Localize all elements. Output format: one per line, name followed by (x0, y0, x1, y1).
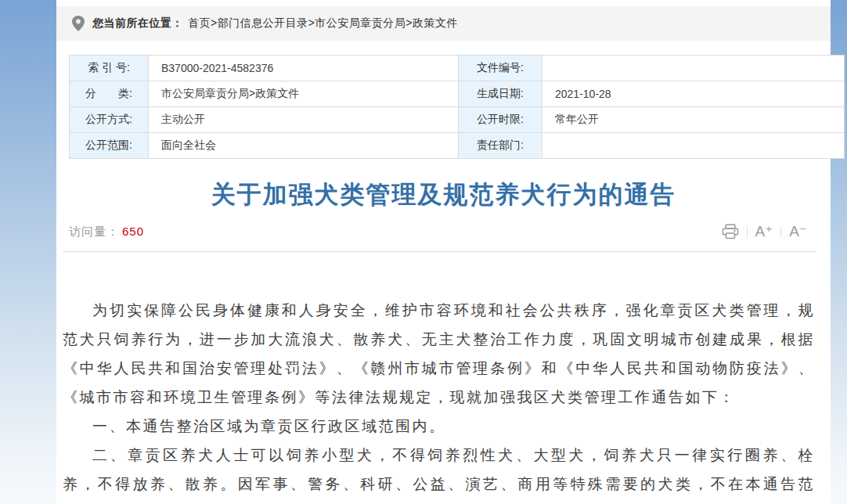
table-row: 索 引 号: B37000-2021-4582376 文件编号: (70, 56, 845, 81)
visit-count-label: 访问量： (69, 225, 119, 238)
meta-label-file-number: 文件编号: (459, 56, 542, 81)
meta-label-responsible-dept: 责任部门: (459, 133, 542, 159)
meta-value-disclosure-method: 主动公开 (149, 107, 459, 133)
meta-label-disclosure-scope: 公开范围: (70, 133, 149, 159)
meta-label-disclosure-period: 公开时限: (459, 107, 542, 133)
meta-label-index-number: 索 引 号: (70, 56, 149, 81)
table-row: 分 类: 市公安局章贡分局>政策文件 生成日期: 2021-10-28 (70, 81, 845, 107)
article-body: 为切实保障公民身体健康和人身安全，维护市容环境和社会公共秩序，强化章贡区犬类管理… (63, 296, 815, 504)
meta-value-disclosure-period: 常年公开 (542, 107, 845, 133)
font-increase-icon[interactable]: A⁺ (748, 223, 781, 240)
meta-value-category: 市公安局章贡分局>政策文件 (149, 81, 459, 107)
breadcrumb: 您当前所在位置： 首页>部门信息公开目录>市公安局章贡分局>政策文件 (56, 6, 831, 41)
printer-icon[interactable] (714, 224, 747, 239)
breadcrumb-label: 您当前所在位置： (92, 16, 183, 31)
meta-label-disclosure-method: 公开方式: (70, 107, 149, 133)
meta-value-file-number (542, 56, 845, 81)
table-row: 公开方式: 主动公开 公开时限: 常年公开 (70, 107, 845, 133)
location-pin-icon (72, 16, 85, 31)
article-paragraph: 为切实保障公民身体健康和人身安全，维护市容环境和社会公共秩序，强化章贡区犬类管理… (63, 296, 815, 412)
page-background: 您当前所在位置： 首页>部门信息公开目录>市公安局章贡分局>政策文件 索 引 号… (0, 0, 847, 504)
meta-value-index-number: B37000-2021-4582376 (149, 56, 459, 81)
breadcrumb-path[interactable]: 首页>部门信息公开目录>市公安局章贡分局>政策文件 (188, 16, 458, 31)
article-tools: A⁺ A⁻ (714, 223, 815, 240)
visits-toolbar-row: 访问量：650 A⁺ A⁻ (69, 221, 815, 242)
font-decrease-icon[interactable]: A⁻ (781, 223, 815, 240)
meta-value-generated-date: 2021-10-28 (542, 81, 845, 107)
title-divider (63, 251, 816, 252)
meta-value-responsible-dept (542, 133, 845, 159)
meta-value-disclosure-scope: 面向全社会 (149, 133, 459, 159)
article-paragraph: 一、本通告整治区域为章贡区行政区域范围内。 (63, 412, 815, 441)
visit-count: 访问量：650 (69, 225, 144, 239)
table-row: 公开范围: 面向全社会 责任部门: (70, 133, 845, 159)
meta-label-category: 分 类: (70, 81, 149, 107)
document-meta-table: 索 引 号: B37000-2021-4582376 文件编号: 分 类: 市公… (69, 55, 845, 159)
meta-label-generated-date: 生成日期: (459, 81, 542, 107)
article-paragraph: 二、章贡区养犬人士可以饲养小型犬，不得饲养烈性犬、大型犬，饲养犬只一律实行圈养、… (63, 441, 815, 504)
visit-count-value: 650 (122, 225, 144, 238)
page-title: 关于加强犬类管理及规范养犬行为的通告 (56, 179, 831, 211)
content-panel: 您当前所在位置： 首页>部门信息公开目录>市公安局章贡分局>政策文件 索 引 号… (56, 0, 831, 504)
